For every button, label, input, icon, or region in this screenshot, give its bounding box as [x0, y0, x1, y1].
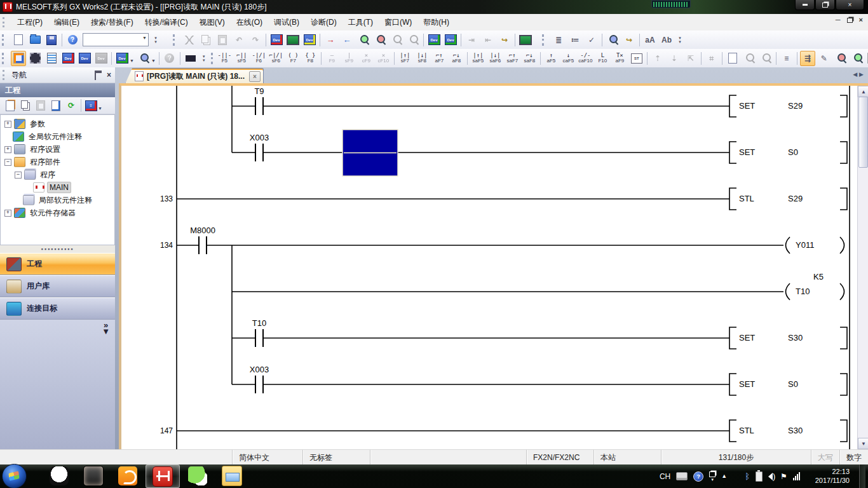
- ladder-symbol-caf5[interactable]: ↓caF5: [560, 50, 576, 67]
- clock[interactable]: 22:13 2017/11/30: [815, 468, 850, 485]
- tree-item-0[interactable]: +参数: [1, 118, 114, 130]
- dropdown-caret-icon[interactable]: ▼: [151, 58, 156, 63]
- close-button[interactable]: ×: [836, 0, 864, 10]
- ladder-symbol-f7[interactable]: ( )F7: [285, 50, 301, 67]
- menu-item-9[interactable]: 窗口(W): [379, 15, 417, 30]
- nav-view-button-1[interactable]: 用户库: [0, 275, 115, 297]
- ime-help-icon[interactable]: ?: [693, 471, 703, 482]
- tree-expander-icon[interactable]: +: [4, 121, 11, 128]
- write-to-plc-icon[interactable]: ←: [339, 32, 355, 48]
- keyword-combobox[interactable]: [83, 33, 149, 46]
- menu-item-8[interactable]: 工具(T): [342, 15, 379, 30]
- taskbar-app-explorer[interactable]: [215, 464, 248, 487]
- minimize-button[interactable]: [795, 0, 815, 10]
- taskbar-app-foobar2000[interactable]: [43, 464, 76, 487]
- language-indicator[interactable]: CH: [660, 473, 670, 480]
- tree-expander-icon[interactable]: −: [4, 159, 11, 166]
- refresh-icon[interactable]: ⟳: [64, 98, 78, 112]
- monitor-mode-icon[interactable]: [285, 32, 301, 48]
- volume-icon[interactable]: [768, 473, 773, 480]
- read-mode-icon[interactable]: [725, 51, 740, 66]
- scrollbar-thumb[interactable]: [858, 97, 868, 168]
- intelligent-module-icon[interactable]: ↪: [497, 32, 512, 48]
- display-format-icon[interactable]: ≡: [779, 51, 794, 66]
- bluetooth-icon[interactable]: ᛒ: [745, 472, 750, 480]
- restore-button[interactable]: [815, 0, 835, 10]
- tree-item-main[interactable]: MAIN: [1, 181, 114, 194]
- read-from-plc-icon[interactable]: →: [323, 32, 338, 48]
- vertical-scrollbar[interactable]: ▲ ▼: [857, 86, 868, 449]
- tab-close-button[interactable]: ×: [249, 71, 261, 82]
- ladder-symbol-sf7[interactable]: |↑|sF7: [397, 50, 413, 67]
- menu-item-4[interactable]: 视图(V): [194, 15, 231, 30]
- display-comment-icon[interactable]: aA: [642, 32, 658, 48]
- display-statement-icon[interactable]: Ab: [659, 32, 674, 48]
- tree-item-2[interactable]: +程序设置: [1, 143, 114, 156]
- taskbar-app-wechat[interactable]: [181, 464, 214, 487]
- jump-to-step-icon[interactable]: ↪: [621, 32, 637, 48]
- cross-reference-icon[interactable]: [136, 51, 151, 66]
- ladder-symbol-af7[interactable]: ⌐↑aF7: [431, 50, 447, 67]
- program-check-icon[interactable]: ✓: [584, 32, 599, 48]
- tree-expander-icon[interactable]: +: [4, 210, 11, 217]
- nav-close-icon[interactable]: ×: [107, 71, 111, 79]
- save-project-icon[interactable]: [44, 32, 59, 48]
- monitor-start-icon[interactable]: [356, 32, 371, 48]
- open-project-icon[interactable]: [27, 32, 43, 48]
- find-device-icon[interactable]: [605, 32, 620, 48]
- menu-item-5[interactable]: 在线(O): [231, 15, 268, 30]
- ladder-symbol-sf5[interactable]: ⌐||sF5: [234, 50, 250, 67]
- new-item-icon[interactable]: [3, 98, 17, 112]
- copy-item-icon[interactable]: [18, 98, 32, 112]
- keyboard-icon[interactable]: [676, 472, 688, 480]
- comment-display-icon[interactable]: ⇶: [800, 51, 815, 66]
- tree-item-7[interactable]: +软元件存储器: [1, 207, 114, 219]
- menu-item-2[interactable]: 搜索/替换(F): [85, 15, 139, 30]
- taskbar-app-uc-browser[interactable]: [111, 464, 144, 487]
- navigation-window-icon[interactable]: [11, 51, 26, 66]
- output-window-icon[interactable]: [44, 51, 59, 66]
- find-replace-icon[interactable]: [183, 51, 198, 66]
- sort-filter-caret-icon[interactable]: ▼: [98, 106, 102, 111]
- statement-edit-icon[interactable]: ✎: [817, 51, 832, 66]
- plc-diagnostics-icon[interactable]: [518, 32, 533, 48]
- scroll-down-icon[interactable]: ▼: [858, 438, 868, 449]
- ladder-symbol-af8[interactable]: ⌐↓aF8: [449, 50, 465, 67]
- nav-more-button[interactable]: »▼: [102, 322, 110, 336]
- taskbar-app-gx-works2[interactable]: [146, 464, 180, 488]
- ladder-symbol-af5[interactable]: ↑aF5: [543, 50, 559, 67]
- battery-icon[interactable]: [756, 471, 763, 482]
- dropdown-caret-icon[interactable]: ▼: [130, 58, 134, 63]
- watch-window-icon[interactable]: Dev: [114, 51, 130, 66]
- replace-string-icon[interactable]: [850, 51, 865, 66]
- monitor-stop-icon[interactable]: [372, 32, 388, 48]
- document-tab[interactable]: [PRG]读取 MAIN (只读) 18... ×: [125, 68, 264, 84]
- restore-windows-icon[interactable]: [709, 471, 715, 477]
- tree-expander-icon[interactable]: −: [15, 172, 22, 179]
- mdi-minimize-button[interactable]: ─: [836, 17, 841, 24]
- menu-item-3[interactable]: 转换/编译(C): [139, 15, 194, 30]
- property-icon[interactable]: [49, 98, 63, 112]
- device-use-list-icon[interactable]: ≔: [567, 32, 583, 48]
- tree-item-3[interactable]: −程序部件: [1, 156, 114, 168]
- ladder-symbol-caf10[interactable]: -/-caF10: [578, 50, 593, 67]
- menu-item-7[interactable]: 诊断(D): [305, 15, 342, 30]
- pin-icon[interactable]: [95, 71, 102, 80]
- ladder-symbol-f5[interactable]: -||-F5: [217, 50, 233, 67]
- buffer-memory-monitor-icon[interactable]: Dev: [443, 32, 458, 48]
- ladder-symbol-f10[interactable]: LF10: [595, 50, 611, 67]
- tree-item-1[interactable]: 全局软元件注释: [1, 130, 114, 143]
- taskbar-app-game[interactable]: [77, 464, 110, 487]
- ladder-symbol-saf7[interactable]: ⌐↑saF7: [505, 50, 520, 67]
- tree-expander-icon[interactable]: +: [4, 146, 11, 153]
- menu-item-6[interactable]: 调试(B): [268, 15, 305, 30]
- toolbar2-overflow-icon[interactable]: ▾▾: [200, 51, 208, 65]
- tree-item-4[interactable]: −程序: [1, 168, 114, 181]
- menu-item-0[interactable]: 工程(P): [11, 15, 48, 30]
- ladder-symbol-sf8[interactable]: |↓|sF8: [414, 50, 430, 67]
- menu-item-10[interactable]: 帮助(H): [417, 15, 455, 30]
- ladder-symbol-saf6[interactable]: |↓|saF6: [487, 50, 503, 67]
- show-desktop-button[interactable]: [859, 464, 865, 488]
- ladder-symbol-af9[interactable]: T×aF9: [612, 50, 628, 67]
- panel-splitter[interactable]: ▪▪▪▪▪▪▪▪▪▪: [0, 245, 115, 253]
